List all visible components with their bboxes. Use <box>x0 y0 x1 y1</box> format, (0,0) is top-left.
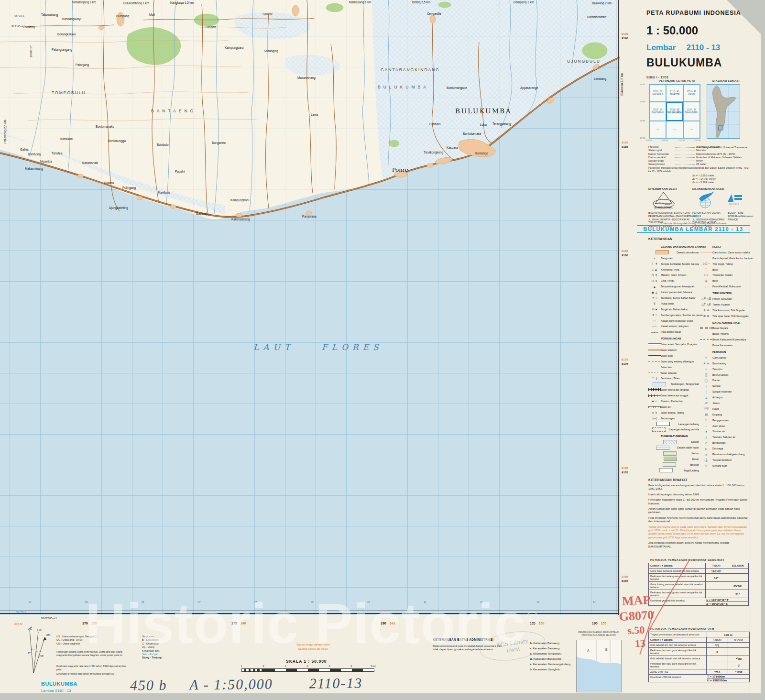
geo-lambda: λ = 120°02'11" T <box>706 598 729 602</box>
legend-symbol <box>656 250 669 254</box>
scale-bar: 1012345 km <box>241 665 380 673</box>
grid-northing-label: 91809180 <box>622 250 636 257</box>
legend-symbol <box>659 468 673 472</box>
legend-symbol: ⊥ <box>700 395 712 400</box>
legend-item: Tegal/Ladang <box>648 468 699 473</box>
legend-right-column: RELIEFGaris kontur, Garis kontur indeksG… <box>700 243 749 469</box>
legend-symbol: ≪ <box>700 401 712 405</box>
legend-symbol: ≋ <box>700 452 712 457</box>
legend-symbol <box>648 348 661 352</box>
legend-symbol: ⊕ ⊗ <box>700 314 712 318</box>
legend-symbol: ⌒ <box>700 267 712 272</box>
history-paragraph: Tanda grid warna oranye pada garis tepi … <box>648 525 748 540</box>
stamp-line: MAP <box>622 593 651 609</box>
legend-item: Belukar <box>648 462 699 468</box>
address-line: BEICIP - SMS <box>728 211 753 215</box>
address-line: FRANCE <box>728 218 753 221</box>
geo-row: Garis lintang pertama sebelah atas titik… <box>649 581 748 590</box>
legend-symbol: ✕ ○ <box>648 295 661 300</box>
utm-grid-land <box>0 0 620 615</box>
copyright-line: © Hak cipta dilindungi oleh Undang - Und… <box>638 222 748 225</box>
legend-symbol: ∧ ∨ <box>648 410 661 415</box>
legend-item: Jalan kereta api rangkap <box>648 387 699 393</box>
index-cell: 2110 - 13BULUKUMBA <box>666 102 683 121</box>
history-paragraph: Peta ini bukan referensi resmi mengenai … <box>648 516 748 524</box>
legend-symbol: △T △K <box>700 302 712 306</box>
legend-item: ↯Pusat listrik <box>648 301 699 306</box>
legend-item: ✕ ○Tambang, Sumur bahan bakar <box>648 295 699 301</box>
legend-symbol: □ <box>700 418 712 422</box>
legend-item: Tambangan, Tanggul kali <box>648 381 699 387</box>
legend-item: ≪Jeram <box>700 400 749 406</box>
legend-symbol: ✶ ○ <box>648 313 661 317</box>
legend-symbol <box>700 256 712 260</box>
utm-col-utara: UTARA <box>728 637 749 642</box>
utm-round-value: 100 m <box>707 632 749 637</box>
legend-symbol <box>656 422 670 426</box>
grid-northing-label: 91909190 <box>622 33 636 40</box>
legend-symbol: ⊂ <box>700 441 712 445</box>
datum-parameter-note: Parameter translasi untuk transformasi k… <box>648 166 750 173</box>
legend-item: Hutan <box>648 456 699 462</box>
legend-symbol: -––- <box>648 324 661 328</box>
legend-symbol: ⊙ ● <box>648 307 661 311</box>
legend-title: KETERANGAN <box>648 237 673 241</box>
legend-item: ☾ ✝Tempat beribadat: Mesjid, Gereja <box>648 261 699 267</box>
penas-brand: PENAS <box>692 215 701 218</box>
index-lon-label: 119°45' <box>645 139 652 142</box>
legend-item: ∧ ∨Jalan layang, Talang <box>648 410 699 416</box>
sheet-number: Lembar2110 - 13 <box>646 43 741 53</box>
legend-symbol: ∫ <box>700 384 712 388</box>
minute-label: 04 <box>29 601 32 603</box>
scale-tick-label: 4 <box>351 665 352 667</box>
stamp-line: s.50 <box>627 623 645 637</box>
legend-item: ⊏Dermaga <box>700 446 749 451</box>
um-label: UM <box>46 634 50 636</box>
legend-item: ⊔ ✶Cina, Hindu <box>648 278 699 284</box>
legend-symbol <box>700 338 712 342</box>
admin-item: b. Kecamatan Ujungbulu <box>530 667 570 672</box>
legend-item: Sawah <box>648 439 699 445</box>
index-cell: — <box>649 121 666 138</box>
legend-item: Lapangan terbang <box>648 421 699 427</box>
legend-item: △P △SPrimer, Sekunder <box>700 296 749 302</box>
index-lat-label: 05°45' <box>640 120 645 122</box>
metadata-row: Sistem gridGrid Geografi dan Grid Univer… <box>648 148 748 152</box>
legend-symbol: ⊔ ✶ <box>648 279 661 283</box>
legend-item: ⊙ ●Tangki air, Bahan bakar <box>648 306 699 312</box>
metadata-row: Datum vertikalMuka laut di Makasar, Sula… <box>648 155 748 159</box>
legend-symbol <box>648 394 661 398</box>
index-lon-label: 120°30' <box>694 139 701 142</box>
index-lat-label: 06°00' <box>640 137 645 139</box>
legend-item: ✛ ✜Titik Astronomi, Titik Doppler <box>700 307 749 313</box>
legend-symbol: ∗ ∗ <box>700 361 712 365</box>
legend-symbol: ▲ <box>648 284 661 289</box>
legend-symbol <box>663 451 677 456</box>
legend-item: TUMBUH-TUMBUHAN <box>648 433 699 439</box>
history-paragraphs: Peta ini digambar secara fotogrametri da… <box>648 484 748 550</box>
history-paragraph: Peta ini digambar secara fotogrametri da… <box>648 484 748 491</box>
legend-symbol <box>664 457 677 461</box>
index-cell: — <box>666 121 683 138</box>
utm-t-value: T = 171600m <box>707 675 725 678</box>
legend-item: ⌂ ▲Kelenteng, Pura <box>648 267 699 273</box>
index-map-grid: 2010 - 62MALAKAJI2110 - 41TANETTE2110 - … <box>649 84 700 139</box>
legend-item: Jalan lori <box>648 404 699 410</box>
legend-item: BATAS ADMINISTRASI <box>700 320 749 326</box>
legend-left-column: GEDUNG DAN BANGUNAN LAINNYADaerah pemuki… <box>648 243 699 473</box>
legend-symbol: 142 ^ <box>700 262 712 266</box>
geo-row: Garis bujur pertama sebelah kiri titik t… <box>649 568 748 573</box>
legend-symbol <box>700 332 712 336</box>
edition: Edisi I - 1991 <box>646 75 741 79</box>
legend-symbol <box>648 365 661 369</box>
legend-item: PERAIRAN <box>700 349 749 355</box>
legend-symbol: ▤ <box>700 412 712 416</box>
topographic-map-graphic <box>0 0 620 615</box>
legend-item: Garis depresi, Garis kontur bantuan <box>700 255 749 261</box>
delta-line: Δz = − 5,224 meter <box>692 181 716 184</box>
legend-symbol <box>648 353 661 358</box>
minute-label: 14 <box>593 601 596 603</box>
beicip-logo: beicip <box>727 193 743 208</box>
legend-item: Batas Propinsi <box>700 331 749 337</box>
legend-item: Kebun <box>648 450 699 456</box>
